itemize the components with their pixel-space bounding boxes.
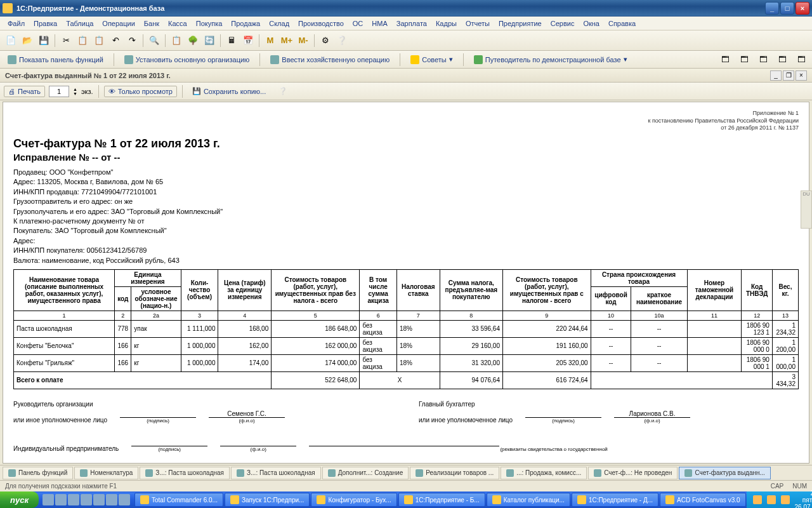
tray-icon-1[interactable] <box>753 495 762 504</box>
list-icon[interactable]: 📋 <box>169 34 183 48</box>
ql-icon-2[interactable] <box>55 494 67 505</box>
paste-icon[interactable]: 📋 <box>92 34 106 48</box>
doc-restore-button[interactable]: ❐ <box>783 70 794 81</box>
doc-help-button[interactable]: ❔ <box>274 85 292 97</box>
app-icon <box>3 3 13 13</box>
table-row[interactable]: Паста шоколадная778упак1 111,000168,0018… <box>14 320 799 337</box>
doc-close-button[interactable]: × <box>796 70 807 81</box>
save-icon[interactable]: 💾 <box>37 34 51 48</box>
document-workspace[interactable]: Приложение № 1к постановлению Правительс… <box>3 102 809 464</box>
search-icon[interactable]: 🔍 <box>147 34 161 48</box>
menu-reports[interactable]: Отчеты <box>462 18 494 29</box>
tree-icon[interactable]: 🌳 <box>186 34 200 48</box>
print-button[interactable]: 🖨Печать <box>4 86 45 97</box>
form-icon-3[interactable]: 🗔 <box>756 53 770 67</box>
menu-operations[interactable]: Операции <box>98 18 138 29</box>
menu-warehouse[interactable]: Склад <box>265 18 293 29</box>
table-row[interactable]: Конфеты "Грильяж"166кг1 000,000174,00174… <box>14 354 799 371</box>
taskbar-task[interactable]: Запуск 1С:Предпри... <box>225 493 310 507</box>
calendar-icon[interactable]: 📅 <box>241 34 255 48</box>
copy-icon[interactable]: 📋 <box>75 34 89 48</box>
redo-icon[interactable]: ↷ <box>125 34 139 48</box>
inn-buyer-line: ИНН/КПП покупателя: 0056123412/56789 <box>13 246 799 255</box>
window-tab[interactable]: З...: Паста шоколадная <box>140 467 230 479</box>
taskbar-task[interactable]: Каталог публикаци... <box>487 493 570 507</box>
menu-cash[interactable]: Касса <box>164 18 191 29</box>
new-icon[interactable]: 📄 <box>4 34 18 48</box>
window-tab[interactable]: Дополнит...: Создание <box>322 467 409 479</box>
memory-m-button[interactable]: M <box>263 34 277 48</box>
settings-icon[interactable]: ⚙ <box>318 34 332 48</box>
menu-edit[interactable]: Правка <box>30 18 61 29</box>
eye-icon: 👁 <box>108 88 115 95</box>
ql-icon-3[interactable] <box>68 494 79 505</box>
tips-button[interactable]: Советы▾ <box>407 54 456 65</box>
menu-nma[interactable]: НМА <box>368 18 391 29</box>
form-icon-4[interactable]: 🗔 <box>775 53 789 67</box>
copies-up-button[interactable]: ▲ <box>73 87 77 91</box>
open-icon[interactable]: 📂 <box>20 34 34 48</box>
window-tab[interactable]: ...: Продажа, комисс... <box>501 467 587 479</box>
enter-oper-button[interactable]: Ввести хозяйственную операцию <box>266 54 393 65</box>
clock[interactable]: 20:16 пятница 26.07.2013 <box>795 490 812 509</box>
maximize-button[interactable]: □ <box>780 2 794 15</box>
window-tab[interactable]: Счет-ф...: Не проведен <box>588 467 678 479</box>
menu-salary[interactable]: Зарплата <box>393 18 431 29</box>
menu-os[interactable]: ОС <box>349 18 367 29</box>
window-tab[interactable]: Номенклатура <box>74 467 138 479</box>
taskbar-task[interactable]: 1С:Предприятие - Д... <box>572 493 658 507</box>
help-icon[interactable]: ❔ <box>335 34 349 48</box>
window-tab[interactable]: З...: Паста шоколадная <box>231 467 321 479</box>
taskbar-task[interactable]: ACD FotoCanvas v3.0 <box>660 493 746 507</box>
refresh-icon[interactable]: 🔄 <box>202 34 216 48</box>
save-copy-button[interactable]: 💾Сохранить копию... <box>188 85 270 97</box>
cut-icon[interactable]: ✂ <box>59 34 73 48</box>
readonly-button[interactable]: 👁Только просмотр <box>104 86 177 97</box>
minimize-button[interactable]: _ <box>765 2 779 15</box>
taskbar-task[interactable]: 1С:Предприятие - Б... <box>398 493 485 507</box>
ql-icon-1[interactable] <box>43 494 54 505</box>
menu-service[interactable]: Сервис <box>547 18 579 29</box>
undo-icon[interactable]: ↶ <box>108 34 122 48</box>
menu-production[interactable]: Производство <box>294 18 348 29</box>
table-row[interactable]: Конфеты "Белочка"166кг1 000,000162,00162… <box>14 337 799 354</box>
guide-button[interactable]: Путеводитель по демонстрационной базе▾ <box>470 54 631 65</box>
copies-down-button[interactable]: ▼ <box>73 91 77 96</box>
memory-mminus-button[interactable]: M- <box>296 34 310 48</box>
menu-bank[interactable]: Банк <box>140 18 163 29</box>
close-button[interactable]: × <box>796 2 809 15</box>
tray-icon-3[interactable] <box>781 495 790 504</box>
menu-windows[interactable]: Окна <box>579 18 603 29</box>
form-icon-5[interactable]: 🗔 <box>794 53 808 67</box>
start-button[interactable]: пуск <box>0 491 39 508</box>
ql-icon-6[interactable] <box>106 494 117 505</box>
window-tab[interactable]: Счет-фактура выданн... <box>679 467 771 479</box>
document-toolbar: 🖨Печать ▲▼ экз. 👁Только просмотр 💾Сохран… <box>0 83 812 100</box>
menu-file[interactable]: Файл <box>4 18 29 29</box>
show-panel-button[interactable]: Показать панель функций <box>4 54 107 65</box>
sidebar-dock[interactable]: DU <box>801 190 812 229</box>
form-icon-1[interactable]: 🗔 <box>718 53 732 67</box>
menu-purchase[interactable]: Покупка <box>192 18 226 29</box>
window-tab[interactable]: Панель функций <box>3 467 73 479</box>
payment-line: К платежно-расчетному документу № от <box>13 217 799 226</box>
doc-minimize-button[interactable]: _ <box>770 70 782 81</box>
form-icon-2[interactable]: 🗔 <box>737 53 751 67</box>
menu-enterprise[interactable]: Предприятие <box>495 18 546 29</box>
taskbar-task[interactable]: Total Commander 6.0... <box>134 493 223 507</box>
ql-icon-5[interactable] <box>93 494 105 505</box>
set-org-button[interactable]: Установить основную организацию <box>121 54 254 65</box>
tray-icon-2[interactable] <box>767 495 776 504</box>
calc-icon[interactable]: 🖩 <box>225 34 239 48</box>
menu-sale[interactable]: Продажа <box>227 18 264 29</box>
menu-table[interactable]: Таблица <box>62 18 97 29</box>
menu-hr[interactable]: Кадры <box>432 18 461 29</box>
copies-input[interactable] <box>49 86 69 97</box>
menu-help[interactable]: Справка <box>605 18 639 29</box>
ql-icon-7[interactable] <box>119 494 130 505</box>
document-titlebar: Счет-фактура выданный № 1 от 22 июля 201… <box>0 69 812 83</box>
memory-mplus-button[interactable]: M+ <box>280 34 294 48</box>
ql-icon-4[interactable] <box>81 494 92 505</box>
window-tab[interactable]: Реализации товаров ... <box>410 467 499 479</box>
taskbar-task[interactable]: Конфигуратор - Бух... <box>311 493 396 507</box>
